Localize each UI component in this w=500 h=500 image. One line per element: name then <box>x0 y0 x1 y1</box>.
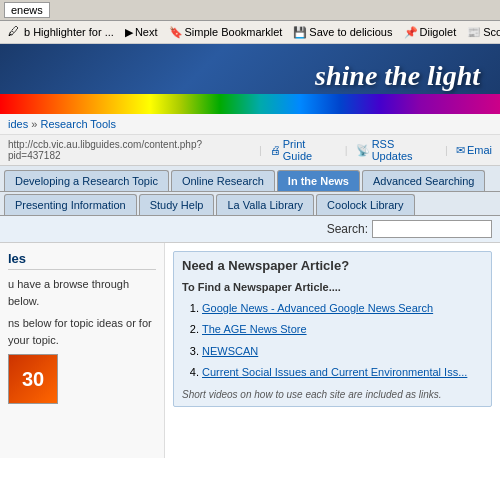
search-label: Search: <box>327 222 368 236</box>
breadcrumb: ides » Research Tools <box>0 114 500 135</box>
right-panel-intro: To Find a Newspaper Article.... <box>182 281 483 293</box>
scoopit-icon: 📰 <box>467 26 481 39</box>
left-panel-text2: ns below for topic ideas or for your top… <box>8 315 156 348</box>
divider: | <box>345 144 348 156</box>
diigolet-icon: 📌 <box>404 26 418 39</box>
tab-coolock-library[interactable]: Coolock Library <box>316 194 414 215</box>
bookmark-icon-simple: 🔖 <box>169 26 183 39</box>
search-row: Search: <box>0 216 500 243</box>
rainbow-decoration <box>0 94 500 114</box>
left-panel-text1: u have a browse through below. <box>8 276 156 309</box>
tab-in-the-news[interactable]: In the News <box>277 170 360 191</box>
breadcrumb-ides[interactable]: ides <box>8 118 28 130</box>
google-news-link[interactable]: Google News - Advanced Google News Searc… <box>202 302 433 314</box>
age-news-link[interactable]: The AGE News Store <box>202 323 307 335</box>
highlighter-icon: 🖊 <box>8 25 22 39</box>
nav-tabs-row1: Developing a Research Topic Online Resea… <box>0 166 500 192</box>
bookmark-next[interactable]: ▶ Next <box>121 24 162 41</box>
bookmark-scoopit[interactable]: 📰 Scoop.it! <box>463 24 500 41</box>
bookmark-label: Simple Bookmarklet <box>185 26 283 38</box>
bookmark-diigolet[interactable]: 📌 Diigolet <box>400 24 461 41</box>
thumbnail-label: 30 <box>22 368 44 391</box>
tab-online-research[interactable]: Online Research <box>171 170 275 191</box>
current-social-link[interactable]: Current Social Issues and Current Enviro… <box>202 366 467 378</box>
next-icon: ▶ <box>125 26 133 39</box>
print-guide-link[interactable]: 🖨 Print Guide <box>270 138 337 162</box>
left-panel: les u have a browse through below. ns be… <box>0 243 165 458</box>
list-item: Google News - Advanced Google News Searc… <box>202 301 483 316</box>
action-bar: http://ccb.vic.au.libguides.com/content.… <box>0 135 500 166</box>
printer-icon: 🖨 <box>270 144 281 156</box>
tab-label[interactable]: enews <box>4 2 50 18</box>
tab-la-valla-library[interactable]: La Valla Library <box>216 194 314 215</box>
site-title: shine the light <box>315 60 480 92</box>
list-item: The AGE News Store <box>202 322 483 337</box>
nav-tabs-row2: Presenting Information Study Help La Val… <box>0 192 500 216</box>
delicious-icon: 💾 <box>293 26 307 39</box>
bookmark-simple[interactable]: 🔖 Simple Bookmarklet <box>165 24 287 41</box>
bookmark-label: Next <box>135 26 158 38</box>
bookmark-label: b Highlighter for ... <box>24 26 114 38</box>
bookmark-delicious[interactable]: 💾 Save to delicious <box>289 24 396 41</box>
right-panel-heading: Need a Newspaper Article? <box>182 258 483 273</box>
bookmark-label: Save to delicious <box>309 26 392 38</box>
email-icon: ✉ <box>456 144 465 157</box>
list-item: Current Social Issues and Current Enviro… <box>202 365 483 380</box>
divider: | <box>259 144 262 156</box>
tab-presenting-information[interactable]: Presenting Information <box>4 194 137 215</box>
newscan-link[interactable]: NEWSCAN <box>202 345 258 357</box>
thumbnail-box[interactable]: 30 <box>8 354 58 404</box>
divider: | <box>445 144 448 156</box>
content-area: les u have a browse through below. ns be… <box>0 243 500 458</box>
bookmark-label: Diigolet <box>420 26 457 38</box>
tab-study-help[interactable]: Study Help <box>139 194 215 215</box>
list-item: NEWSCAN <box>202 344 483 359</box>
right-panel: Need a Newspaper Article? To Find a News… <box>165 243 500 458</box>
search-input[interactable] <box>372 220 492 238</box>
tab-developing-research-topic[interactable]: Developing a Research Topic <box>4 170 169 191</box>
rss-icon: 📡 <box>356 144 370 157</box>
newspaper-section: Need a Newspaper Article? To Find a News… <box>173 251 492 407</box>
browser-tab-bar: enews <box>0 0 500 21</box>
email-link[interactable]: ✉ Emai <box>456 144 492 157</box>
rss-updates-link[interactable]: 📡 RSS Updates <box>356 138 437 162</box>
bookmarks-bar: 🖊 b Highlighter for ... ▶ Next 🔖 Simple … <box>0 21 500 44</box>
footnote: Short videos on how to use each site are… <box>182 389 483 400</box>
breadcrumb-research-tools[interactable]: Research Tools <box>40 118 116 130</box>
left-panel-heading: les <box>8 251 156 270</box>
bookmark-label: Scoop.it! <box>483 26 500 38</box>
newspaper-list: Google News - Advanced Google News Searc… <box>182 301 483 381</box>
site-header: shine the light <box>0 44 500 114</box>
bookmark-highlighter[interactable]: 🖊 b Highlighter for ... <box>4 23 118 41</box>
tab-advanced-searching[interactable]: Advanced Searching <box>362 170 486 191</box>
page-url: http://ccb.vic.au.libguides.com/content.… <box>8 139 251 161</box>
